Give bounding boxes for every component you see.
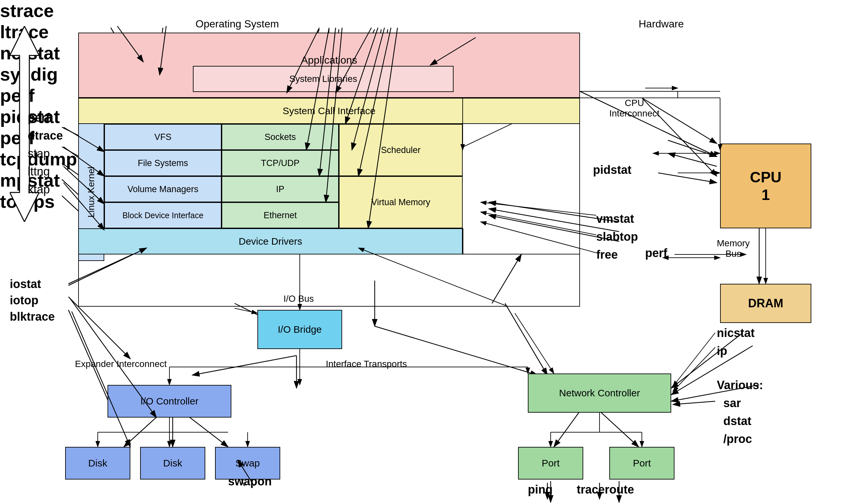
pidstat-right-label: pidstat (593, 163, 631, 177)
memory-bus-label: MemoryBus (717, 238, 750, 259)
blktrace-label: blktrace (10, 310, 55, 324)
port1-box: Port (518, 447, 583, 480)
sar-label: sar (723, 396, 741, 410)
svg-line-107 (72, 312, 130, 447)
svg-line-70 (673, 348, 715, 391)
fs-label: File Systems (138, 158, 188, 168)
free-label: free (596, 248, 618, 262)
svg-line-30 (505, 303, 547, 375)
strace-label: strace (0, 0, 868, 21)
disk1-box: Disk (65, 447, 130, 480)
port2-box: Port (609, 447, 674, 480)
svg-line-22 (124, 414, 160, 447)
cpu-interconnect-label: CPUInterconnect (609, 98, 660, 119)
ktap-label: ktap (28, 183, 50, 197)
swapon-label: swapon (228, 475, 272, 488)
device-drivers-label: Device Drivers (238, 236, 302, 247)
io-controller-box: I/O Controller (107, 385, 231, 418)
various-label: Various: (717, 379, 763, 392)
stap-label: stap (28, 147, 50, 161)
svg-line-27 (554, 411, 580, 447)
perf-left-label: perf (28, 111, 50, 124)
expander-interconnect-label: Expander Interconnect (75, 359, 167, 369)
io-bridge-box: I/O Bridge (257, 310, 342, 349)
svg-line-73 (235, 308, 257, 313)
interface-transports-label: Interface Transports (326, 359, 407, 369)
system-libraries-label: System Libraries (289, 74, 358, 84)
volume-managers-label: Volume Managers (127, 184, 198, 194)
perf-mem-label: perf (645, 246, 667, 260)
scheduler-label: Scheduler (381, 145, 421, 155)
slabtop-label: slabtop (596, 230, 638, 244)
disk2-box: Disk (140, 447, 205, 480)
dram-box: DRAM (720, 284, 811, 323)
svg-line-69 (673, 333, 715, 386)
svg-line-111 (673, 401, 715, 404)
block-device-label: Block Device Interface (123, 211, 204, 220)
hardware-label: Hardware (639, 18, 684, 30)
iotop-label: iotop (10, 294, 39, 307)
ip-tool-label: ip (717, 344, 727, 358)
iostat-label: iostat (10, 277, 41, 291)
svg-line-20 (192, 355, 297, 375)
dtrace-label: dtrace (28, 129, 63, 142)
network-controller-box: Network Controller (528, 373, 671, 413)
vfs-label: VFS (154, 132, 172, 142)
dstat-label: dstat (723, 414, 751, 428)
traceroute-label: traceroute (577, 483, 634, 496)
ethernet-label: Ethernet (264, 210, 297, 221)
svg-line-28 (600, 411, 639, 447)
svg-line-24 (186, 414, 228, 447)
vmstat-label: vmstat (596, 212, 634, 226)
sockets-label: Sockets (265, 132, 296, 142)
io-bus-label: I/O Bus (283, 294, 314, 304)
virtual-memory-label: Virtual Memory (371, 197, 430, 208)
cpu-box: CPU 1 (720, 143, 811, 228)
syscall-label: System Call Interface (282, 105, 375, 117)
lttng-label: lttng (28, 165, 50, 179)
svg-line-72 (515, 313, 554, 373)
ping-label: ping (528, 483, 552, 496)
tcp-udp-label: TCP/UDP (261, 158, 300, 168)
linux-kernel-label: Linux Kernel (86, 167, 96, 218)
applications-label: Applications (301, 54, 358, 66)
nicstat-label: nicstat (717, 326, 755, 340)
os-label: Operating System (196, 18, 279, 30)
ip-kernel-label: IP (276, 184, 285, 194)
proc-label: /proc (723, 432, 752, 446)
